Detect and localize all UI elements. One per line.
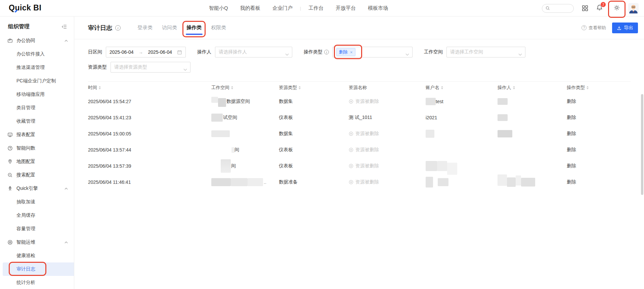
column-label: 操作类型	[567, 85, 585, 91]
sidebar-item-favorites-mgmt[interactable]: 收藏管理	[0, 115, 74, 128]
audit-log-table: 时间 工作空间 资源类型 资源名称 账户名 操作人 操作类型 2025/06/0…	[88, 81, 631, 190]
notification-badge: 7	[600, 2, 606, 7]
tab-permission[interactable]: 权限类	[206, 16, 231, 39]
resource-name-text: 资源被删除	[355, 147, 379, 153]
tab-label: 权限类	[211, 25, 226, 31]
menu-item-enterprise-portal[interactable]: 企业门户	[272, 5, 293, 11]
sidebar-item-label: 审计日志	[16, 266, 35, 272]
sidebar-item-collaboration[interactable]: 办公协同	[0, 34, 74, 47]
export-button[interactable]: 导出	[612, 23, 638, 33]
date-end-value[interactable]: 2025-06-04	[148, 49, 172, 55]
arrow-right-icon: →	[139, 50, 143, 55]
sidebar-item-capacity-mgmt[interactable]: 容量管理	[0, 222, 74, 236]
column-header-account[interactable]: 账户名	[426, 85, 498, 91]
cell-account: test	[426, 98, 498, 105]
tab-login[interactable]: 登录类	[133, 16, 157, 39]
sidebar-item-global-cache[interactable]: 全局缓存	[0, 209, 74, 222]
vertical-scrollbar[interactable]	[641, 94, 643, 195]
cell-account	[426, 130, 498, 138]
column-header-action-type[interactable]: 操作类型	[567, 85, 631, 91]
menu-item-smart-q[interactable]: 智能小Q	[209, 5, 228, 11]
sidebar-item-audit-log[interactable]: 审计日志	[3, 262, 74, 276]
date-start-value[interactable]: 2025-06-04	[110, 49, 134, 55]
logo-text: Quick BI	[9, 3, 41, 12]
engine-icon	[7, 186, 13, 191]
sidebar-item-statistics[interactable]: 统计分析	[0, 276, 74, 289]
menu-item-workbench[interactable]: 工作台	[308, 5, 324, 11]
table-row: 2025/06/04 15:00:05 数据集 资源被删除 删除	[88, 126, 631, 142]
operator-select[interactable]: 请选择操作人	[215, 47, 292, 57]
tab-access[interactable]: 访问类	[157, 16, 182, 39]
view-help-link[interactable]: ? 查看帮助	[582, 25, 606, 31]
sidebar-item-label: 全局缓存	[16, 212, 35, 218]
sidebar-item-pc-portal[interactable]: PC端企业门户定制	[0, 74, 74, 88]
date-range-picker[interactable]: 2025-06-04 → 2025-06-04	[106, 47, 186, 57]
settings-button[interactable]	[612, 3, 621, 14]
sidebar-title: 组织管理	[8, 23, 30, 30]
cell-workspace: 间	[211, 159, 279, 173]
filter-tag-delete[interactable]: 删除 ×	[336, 48, 355, 56]
column-header-time[interactable]: 时间	[88, 85, 211, 91]
collaboration-icon	[7, 38, 13, 43]
column-header-operator[interactable]: 操作人	[498, 85, 567, 91]
circle-x-icon	[349, 180, 353, 184]
info-icon[interactable]: i	[324, 50, 329, 54]
global-search-input[interactable]	[542, 4, 574, 13]
sidebar-item-smart-qa[interactable]: 智能问数	[0, 141, 74, 155]
cell-resource-name: 资源被删除	[349, 131, 426, 137]
sidebar-item-quick-engine[interactable]: Quick引擎	[0, 182, 74, 195]
tag-close-icon[interactable]: ×	[350, 50, 353, 55]
cell-operator	[498, 176, 567, 188]
menu-item-my-dashboard[interactable]: 我的看板	[240, 5, 260, 11]
sidebar-item-extract-acceleration[interactable]: 抽取加速	[0, 195, 74, 209]
cell-action-type: 删除	[567, 115, 631, 121]
menu-item-open-platform[interactable]: 开放平台	[336, 5, 356, 11]
date-range-label: 日区间	[88, 49, 102, 55]
column-header-workspace[interactable]: 工作空间	[211, 85, 279, 91]
sidebar-item-push-channel[interactable]: 推送渠道管理	[0, 61, 74, 74]
redaction-blur	[211, 178, 231, 186]
cell-action-type: 删除	[567, 179, 631, 185]
sidebar-item-office-software[interactable]: 办公软件接入	[0, 47, 74, 61]
chevron-down-icon	[518, 51, 522, 57]
sidebar-item-map-config[interactable]: 地图配置	[0, 155, 74, 168]
workspace-select[interactable]: 请选择工作空间	[446, 47, 525, 57]
table-header-row: 时间 工作空间 资源类型 资源名称 账户名 操作人 操作类型	[88, 81, 631, 93]
column-header-resource-name: 资源名称	[349, 85, 426, 91]
menu-item-template-market[interactable]: 模板市场	[368, 5, 388, 11]
sidebar-item-smart-ops[interactable]: 智能运维	[0, 236, 74, 249]
tag-label: 删除	[339, 49, 348, 55]
help-label: 查看帮助	[589, 25, 606, 31]
column-header-resource-type[interactable]: 资源类型	[279, 85, 349, 91]
user-avatar[interactable]	[628, 3, 639, 13]
column-label: 资源类型	[279, 85, 297, 91]
sidebar-header: 组织管理	[0, 19, 74, 34]
action-type-select[interactable]: 删除 ×	[333, 47, 413, 57]
circle-x-icon	[349, 164, 353, 168]
cell-action-type: 删除	[567, 98, 631, 105]
workspace-text: 间	[234, 147, 239, 153]
circle-x-icon	[349, 148, 353, 152]
cell-workspace: ..	[211, 178, 279, 186]
apps-grid-icon[interactable]	[582, 5, 588, 11]
sidebar-item-category-mgmt[interactable]: 类目管理	[0, 101, 74, 115]
info-icon[interactable]: i	[115, 25, 121, 31]
sidebar-item-health-check[interactable]: 健康巡检	[0, 249, 74, 262]
sidebar-item-report-config[interactable]: 报表配置	[0, 128, 74, 141]
menu-divider: |	[300, 6, 301, 11]
calendar-icon	[177, 50, 182, 55]
resource-type-select[interactable]: 请选择资源类型	[111, 62, 190, 73]
collapse-sidebar-icon[interactable]	[61, 24, 67, 30]
header-actions: ? 查看帮助 导出	[582, 23, 638, 33]
sidebar-item-mobile-app[interactable]: 移动端微应用	[0, 88, 74, 101]
sort-icon	[587, 86, 589, 89]
workspace-filter: 工作空间 请选择工作空间	[424, 47, 525, 57]
sort-icon	[513, 86, 515, 89]
workspace-text: 试空间	[223, 115, 237, 121]
notifications-button[interactable]: 7	[596, 4, 603, 12]
quickbi-logo[interactable]: Quick BI	[9, 3, 41, 12]
map-config-icon	[7, 159, 13, 164]
tab-operation[interactable]: 操作类	[182, 16, 206, 39]
cell-time: 2025/06/04 13:57:44	[88, 147, 211, 153]
sidebar-item-search-config[interactable]: 搜索配置	[0, 168, 74, 182]
